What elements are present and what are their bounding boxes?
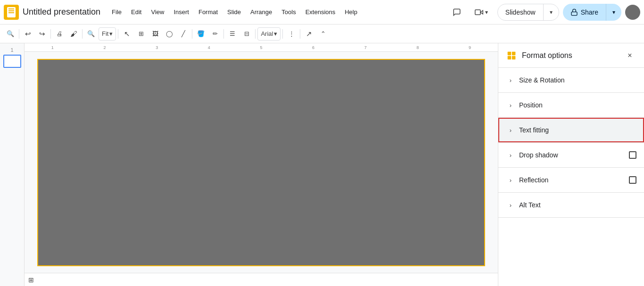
alt-text-chevron: › bbox=[506, 200, 515, 210]
fill-color-btn[interactable]: 🪣 bbox=[194, 27, 207, 41]
menu-bar: File Edit View Insert Format Slide Arran… bbox=[108, 7, 361, 17]
expand-btn[interactable]: ⌃ bbox=[316, 27, 330, 41]
divider-3 bbox=[82, 29, 83, 39]
slideshow-button: Slideshow ▾ bbox=[497, 4, 559, 21]
ruler-mark-7: 7 bbox=[364, 45, 367, 50]
reflection-chevron: › bbox=[506, 175, 515, 185]
menu-slide[interactable]: Slide bbox=[223, 7, 245, 17]
menu-arrange[interactable]: Arrange bbox=[247, 7, 276, 17]
section-position: › Position bbox=[498, 93, 644, 118]
ruler-mark-5: 5 bbox=[260, 45, 262, 50]
font-name: Arial bbox=[261, 30, 273, 37]
search-btn[interactable]: 🔍 bbox=[4, 27, 17, 41]
alt-text-row[interactable]: › Alt Text bbox=[498, 193, 644, 217]
divider-1 bbox=[19, 29, 19, 39]
size-rotation-row[interactable]: › Size & Rotation bbox=[498, 68, 644, 92]
font-select[interactable]: Arial ▾ bbox=[257, 27, 281, 41]
share-label: Share bbox=[581, 8, 598, 16]
grid-view-icon[interactable]: ⊞ bbox=[28, 276, 34, 284]
more-options-btn[interactable]: ⋮ bbox=[285, 27, 298, 41]
zoom-value: Fit bbox=[102, 30, 108, 37]
slideshow-main-btn[interactable]: Slideshow bbox=[498, 4, 544, 20]
section-text-fitting: › Text fitting bbox=[498, 118, 644, 143]
menu-tools[interactable]: Tools bbox=[278, 7, 299, 17]
zoom-arrow: ▾ bbox=[109, 30, 113, 37]
position-label: Position bbox=[519, 101, 636, 109]
reflection-label: Reflection bbox=[519, 176, 629, 184]
close-panel-btn[interactable]: × bbox=[623, 49, 636, 62]
size-rotation-label: Size & Rotation bbox=[519, 76, 636, 84]
divider-7 bbox=[255, 29, 256, 39]
menu-help[interactable]: Help bbox=[341, 7, 361, 17]
reflection-row[interactable]: › Reflection bbox=[498, 168, 644, 192]
slide-thumbnail[interactable] bbox=[3, 55, 21, 68]
drop-shadow-row[interactable]: › Drop shadow bbox=[498, 143, 644, 167]
ruler-mark-4: 4 bbox=[208, 45, 210, 50]
share-main-btn[interactable]: Share bbox=[563, 4, 606, 21]
menu-extensions[interactable]: Extensions bbox=[302, 7, 339, 17]
svg-rect-4 bbox=[508, 56, 512, 59]
slide-canvas[interactable] bbox=[37, 59, 485, 266]
print-btn[interactable]: 🖨 bbox=[53, 27, 66, 41]
share-button: Share ▾ bbox=[563, 4, 621, 21]
slide-container[interactable] bbox=[25, 52, 498, 273]
share-dropdown-btn[interactable]: ▾ bbox=[606, 4, 621, 21]
shape-btn[interactable]: ◯ bbox=[163, 27, 176, 41]
section-reflection: › Reflection bbox=[498, 168, 644, 193]
highlight-btn[interactable]: ✏ bbox=[208, 27, 222, 41]
drop-shadow-chevron: › bbox=[506, 150, 515, 160]
slideshow-dropdown-btn[interactable]: ▾ bbox=[544, 4, 559, 20]
format-options-panel: Format options × › Size & Rotation › Pos… bbox=[498, 43, 644, 286]
section-alt-text: › Alt Text bbox=[498, 193, 644, 218]
position-row[interactable]: › Position bbox=[498, 93, 644, 117]
divider-2 bbox=[50, 29, 51, 39]
main-area: 1 1 2 3 4 5 6 7 8 9 ⊞ bbox=[0, 43, 644, 286]
cursor-btn[interactable]: ↖ bbox=[120, 27, 133, 41]
align-center-btn[interactable]: ☰ bbox=[226, 27, 239, 41]
user-avatar[interactable] bbox=[625, 5, 640, 20]
svg-rect-3 bbox=[512, 51, 516, 55]
redo-btn[interactable]: ↪ bbox=[35, 27, 49, 41]
ruler-mark-8: 8 bbox=[416, 45, 419, 50]
menu-view[interactable]: View bbox=[147, 7, 168, 17]
ruler-mark-6: 6 bbox=[312, 45, 314, 50]
alt-text-label: Alt Text bbox=[519, 201, 636, 209]
top-right-actions: ▾ Slideshow ▾ Share ▾ bbox=[448, 4, 640, 21]
line-btn[interactable]: ╱ bbox=[177, 27, 190, 41]
paint-format-btn[interactable]: 🖌 bbox=[67, 27, 80, 41]
text-fitting-chevron: › bbox=[506, 125, 515, 135]
undo-btn[interactable]: ↩ bbox=[21, 27, 34, 41]
divider-9 bbox=[300, 29, 300, 39]
comment-icon-btn[interactable] bbox=[448, 4, 465, 21]
camera-btn[interactable]: ▾ bbox=[469, 5, 494, 19]
pointer-btn[interactable]: ↗ bbox=[302, 27, 315, 41]
text-fitting-row[interactable]: › Text fitting bbox=[498, 118, 644, 142]
zoom-out-btn[interactable]: 🔍 bbox=[84, 27, 98, 41]
bottom-bar: ⊞ bbox=[25, 273, 498, 286]
drop-shadow-checkbox[interactable] bbox=[629, 151, 636, 159]
size-rotation-chevron: › bbox=[506, 75, 515, 85]
svg-rect-2 bbox=[508, 51, 512, 55]
drop-shadow-label: Drop shadow bbox=[519, 151, 629, 159]
ruler-marks: 1 2 3 4 5 6 7 8 9 bbox=[26, 45, 496, 50]
zoom-select[interactable]: Fit ▾ bbox=[99, 27, 116, 41]
ruler-mark-1: 1 bbox=[51, 45, 54, 50]
svg-rect-0 bbox=[475, 9, 480, 15]
reflection-checkbox[interactable] bbox=[629, 176, 636, 184]
document-title[interactable]: Untitled presentation bbox=[23, 7, 100, 17]
slide-number: 1 bbox=[10, 47, 13, 53]
slide-panel: 1 bbox=[0, 43, 25, 286]
ruler-mark-3: 3 bbox=[156, 45, 158, 50]
divider-5 bbox=[192, 29, 192, 39]
app-icon bbox=[4, 5, 19, 20]
menu-file[interactable]: File bbox=[108, 7, 125, 17]
canvas-area: 1 2 3 4 5 6 7 8 9 ⊞ bbox=[25, 43, 498, 286]
menu-format[interactable]: Format bbox=[195, 7, 222, 17]
image-btn[interactable]: 🖼 bbox=[149, 27, 162, 41]
select-btn[interactable]: ⊞ bbox=[134, 27, 148, 41]
ruler-mark-9: 9 bbox=[469, 45, 471, 50]
svg-rect-5 bbox=[512, 56, 516, 59]
menu-insert[interactable]: Insert bbox=[170, 7, 193, 17]
menu-edit[interactable]: Edit bbox=[127, 7, 145, 17]
distribute-btn[interactable]: ⊟ bbox=[240, 27, 253, 41]
